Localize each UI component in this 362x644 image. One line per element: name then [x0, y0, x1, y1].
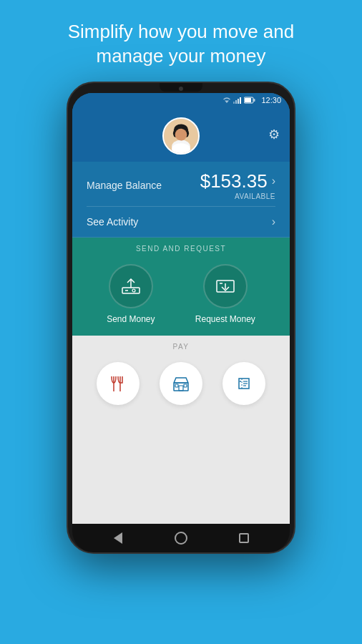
svg-rect-6	[254, 99, 255, 102]
available-label: AVAILABLE	[235, 192, 275, 200]
svg-rect-4	[240, 97, 241, 104]
battery-icon	[244, 97, 255, 104]
balance-right: $153.35 › AVAILABLE	[200, 170, 275, 200]
phone-device: 12:30 ⚙	[67, 82, 295, 554]
svg-rect-7	[245, 98, 251, 102]
pay-label: PAY	[72, 336, 290, 355]
nav-home-button[interactable]	[173, 530, 189, 546]
balance-amount: $153.35 ›	[200, 170, 275, 192]
svg-rect-3	[238, 99, 239, 104]
signal-icon	[233, 97, 242, 104]
svg-rect-2	[235, 100, 237, 104]
balance-row: Manage Balance $153.35 › AVAILABLE	[87, 170, 275, 207]
send-money-icon	[119, 275, 142, 298]
nav-recent-button[interactable]	[236, 530, 252, 546]
nav-back-button[interactable]	[110, 530, 126, 546]
request-money-label: Request Money	[195, 314, 255, 324]
request-money-icon	[214, 275, 237, 298]
headline-line1: Simplify how you move and	[68, 21, 294, 42]
pay-section: PAY	[72, 336, 290, 524]
pay-store-circle	[160, 362, 202, 405]
recent-icon	[239, 533, 249, 543]
action-buttons-row: Send Money Request Money	[72, 257, 290, 336]
status-time: 12:30	[261, 96, 281, 104]
balance-section: Manage Balance $153.35 › AVAILABLE	[72, 162, 290, 207]
svg-marker-0	[225, 100, 229, 103]
manage-balance-label: Manage Balance	[87, 180, 162, 191]
pay-icons-row	[72, 355, 290, 414]
svg-point-14	[175, 128, 187, 140]
see-activity-label: See Activity	[87, 216, 138, 228]
settings-icon[interactable]: ⚙	[268, 127, 280, 142]
pay-coupon-circle	[222, 362, 265, 405]
svg-rect-28	[175, 384, 178, 387]
camera	[179, 87, 183, 91]
pay-restaurant-circle	[97, 362, 140, 405]
status-bar: 12:30	[72, 93, 290, 107]
svg-point-32	[240, 381, 241, 382]
send-request-label: SEND AND REQUEST	[72, 238, 290, 257]
svg-rect-27	[179, 386, 183, 391]
pay-coupon-button[interactable]	[222, 362, 265, 405]
restaurant-icon	[107, 373, 129, 394]
app-header: ⚙	[72, 107, 290, 162]
send-money-circle	[109, 264, 153, 308]
svg-point-19	[132, 289, 135, 292]
coupon-icon	[233, 373, 255, 394]
balance-value: $153.35	[200, 170, 268, 192]
pay-restaurant-button[interactable]	[97, 362, 140, 405]
pay-store-button[interactable]	[160, 362, 202, 405]
wifi-icon	[222, 97, 231, 104]
request-money-button[interactable]: Request Money	[195, 264, 255, 324]
balance-chevron-icon[interactable]: ›	[272, 175, 275, 187]
send-money-button[interactable]: Send Money	[107, 264, 155, 324]
activity-chevron-icon: ›	[272, 215, 275, 228]
avatar	[162, 117, 200, 155]
request-money-circle	[203, 264, 248, 308]
phone-screen: 12:30 ⚙	[72, 93, 290, 524]
status-icons	[222, 97, 255, 104]
svg-point-15	[172, 143, 190, 155]
store-icon	[170, 373, 192, 394]
activity-row[interactable]: See Activity ›	[72, 207, 290, 238]
send-money-label: Send Money	[107, 314, 155, 324]
send-request-section: SEND AND REQUEST Send Money	[72, 238, 290, 336]
home-icon	[175, 532, 187, 545]
back-icon	[114, 532, 122, 544]
svg-rect-1	[233, 102, 235, 104]
phone-nav-bar	[72, 524, 290, 552]
headline-line2: manage your money	[96, 45, 265, 67]
svg-rect-29	[184, 384, 187, 387]
avatar-image	[164, 117, 198, 155]
svg-rect-16	[122, 288, 140, 293]
headline: Simplify how you move and manage your mo…	[39, 0, 323, 82]
